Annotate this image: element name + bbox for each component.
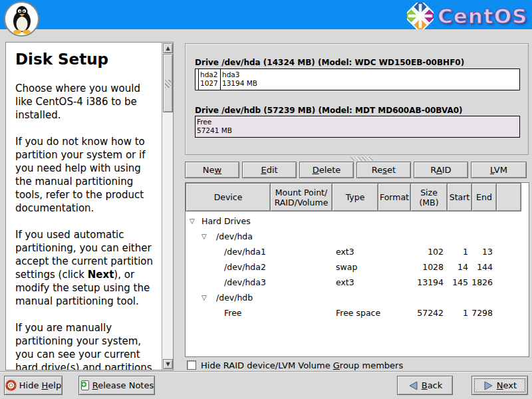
help-scrollbar[interactable]: ▲ ▼	[162, 43, 173, 370]
help-paragraph: Choose where you would like CentOS-4 i38…	[15, 82, 160, 122]
drives-overview-panel: Drive /dev/hda (14324 MB) (Model: WDC WD…	[185, 43, 529, 155]
label-part: Hide	[19, 380, 42, 390]
column-header-mount[interactable]: Mount Point/ RAID/Volume	[270, 183, 332, 211]
table-row[interactable]: Free Free space 57242 1 7298	[186, 305, 529, 321]
expander-icon[interactable]: ▽	[190, 213, 195, 229]
label-mnemonic: R	[92, 380, 98, 390]
label-part: R	[430, 165, 436, 175]
expander-icon[interactable]: ▽	[201, 229, 207, 244]
scroll-down-button[interactable]: ▼	[163, 359, 173, 369]
cell-start: 14	[448, 259, 468, 275]
column-header-size[interactable]: Size (MB)	[410, 183, 448, 211]
segment-name: Free	[197, 118, 211, 126]
label-part: Hide RAID device/LVM Volume	[201, 360, 333, 370]
cell-size: 13194	[385, 275, 444, 290]
table-row[interactable]: ▽ Hard Drives	[186, 213, 529, 229]
cell-device: /dev/hda	[216, 229, 253, 244]
label-part: Re	[372, 165, 382, 175]
footer-separator	[0, 371, 532, 372]
centos-pinwheel-icon	[407, 3, 434, 29]
cell-start: 145	[448, 275, 468, 290]
cell-device: /dev/hdb	[216, 290, 253, 305]
free-space-segment[interactable]: Free57241 MB	[196, 116, 519, 137]
partition-hda2-segment[interactable]: hda21027 M	[199, 69, 221, 90]
column-header-end[interactable]: End	[471, 183, 497, 211]
segment-size: 1027 M	[200, 79, 221, 87]
cell-device: Free	[224, 305, 242, 321]
release-notes-button[interactable]: Release Notes	[78, 376, 155, 395]
label-part: elease Notes	[98, 380, 154, 390]
checkbox[interactable]	[187, 360, 196, 370]
scroll-up-button[interactable]: ▲	[163, 43, 173, 53]
column-header-device[interactable]: Device	[186, 183, 271, 211]
page-title: Disk Setup	[15, 53, 160, 66]
back-arrow-icon	[408, 380, 419, 391]
label-part: ext	[503, 380, 517, 390]
scrollbar-thumb[interactable]	[163, 54, 173, 112]
segment-name: hda3	[222, 70, 239, 78]
help-paragraph: If you are manually partitioning your sy…	[15, 321, 160, 370]
scrollbar-grip	[165, 80, 171, 88]
column-header-start[interactable]: Start	[447, 183, 472, 211]
label-part: dit	[267, 165, 278, 175]
release-notes-icon	[80, 380, 90, 391]
label-part: ID	[442, 165, 452, 175]
back-button[interactable]: Back	[397, 376, 453, 395]
expander-icon[interactable]: ▽	[201, 290, 207, 305]
table-row[interactable]: /dev/hda3 ext3 13194 145 1826	[186, 275, 529, 290]
centos-logo: CentOS	[407, 2, 527, 30]
cell-type: swap	[336, 259, 357, 275]
cell-end: 13	[469, 244, 493, 259]
drive-hda-bar[interactable]: hda21027 M hda313194 MB	[195, 68, 520, 90]
tux-logo-icon	[4, 1, 39, 37]
label-mnemonic: N	[497, 380, 503, 390]
new-button[interactable]: New	[185, 162, 239, 178]
partition-table: Device Mount Point/ RAID/Volume Type For…	[185, 182, 529, 357]
pane-resize-grip[interactable]	[350, 157, 373, 161]
table-row[interactable]: /dev/hda2 swap 1028 14 144	[186, 259, 529, 275]
cell-size: 1028	[385, 259, 444, 275]
segment-size: 57241 MB	[197, 126, 232, 134]
column-header-format[interactable]: Format	[378, 183, 411, 211]
table-row[interactable]: ▽ /dev/hda	[186, 229, 529, 244]
cell-device: Hard Drives	[201, 213, 251, 229]
label-part: Ne	[203, 165, 215, 175]
partition-hda3-segment[interactable]: hda313194 MB	[221, 69, 519, 90]
label-part: et	[387, 165, 396, 175]
column-header-type[interactable]: Type	[332, 183, 378, 211]
segment-size: 13194 MB	[222, 79, 257, 87]
drive-hdb-label: Drive /dev/hdb (57239 MB) (Model: MDT MD…	[195, 106, 463, 115]
label-part: elp	[48, 380, 61, 390]
lvm-button[interactable]: LVM	[471, 162, 527, 178]
label-part: roup members	[340, 360, 403, 370]
next-button[interactable]: Next	[471, 376, 528, 395]
reset-button[interactable]: Reset	[356, 162, 411, 178]
drive-hda-label: Drive /dev/hda (14324 MB) (Model: WDC WD…	[195, 58, 464, 67]
edit-button[interactable]: Edit	[242, 162, 297, 178]
label-mnemonic: D	[313, 165, 319, 175]
raid-button[interactable]: RAID	[414, 162, 468, 178]
label-mnemonic: A	[436, 165, 442, 175]
cell-size: 57242	[385, 305, 444, 321]
help-paragraph: If you used automatic partitioning, you …	[15, 228, 160, 308]
installer-window: CentOS Disk Setup Choose where you would…	[0, 0, 532, 399]
cell-end: 1826	[469, 275, 493, 290]
next-arrow-icon	[483, 380, 494, 391]
tux-penguin-icon	[9, 5, 35, 34]
life-ring-icon	[5, 380, 17, 391]
label-part: VM	[494, 165, 507, 175]
cell-type: ext3	[336, 275, 354, 290]
table-row[interactable]: /dev/hda1 ext3 102 1 13	[186, 244, 529, 259]
help-paragraph: If you do not know how to partition your…	[15, 135, 160, 215]
delete-button[interactable]: Delete	[299, 162, 354, 178]
label-part: ack	[428, 380, 443, 390]
cell-start: 1	[448, 244, 468, 259]
cell-type: ext3	[336, 244, 354, 259]
table-row[interactable]: ▽ /dev/hdb	[186, 290, 529, 305]
drive-hdb-bar[interactable]: Free57241 MB	[195, 116, 520, 138]
cell-start: 1	[448, 305, 468, 321]
cell-device: /dev/hda3	[224, 275, 266, 290]
hide-help-button[interactable]: Hide Help	[4, 376, 63, 395]
hide-raid-lvm-checkbox-row[interactable]: Hide RAID device/LVM Volume Group member…	[187, 359, 403, 371]
table-header-row: Device Mount Point/ RAID/Volume Type For…	[186, 183, 529, 211]
